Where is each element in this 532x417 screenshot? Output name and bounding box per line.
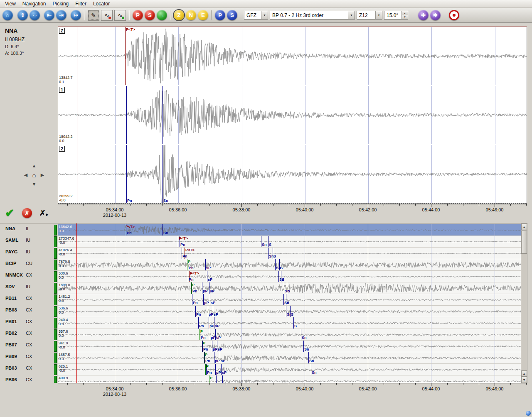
- pick-pP-line[interactable]: [212, 341, 212, 352]
- row-trace[interactable]: 557.60.0PPnpPsPSn: [58, 329, 521, 341]
- pick-Pn-line[interactable]: [198, 317, 199, 329]
- row-trace[interactable]: 530.60.0P<T>PnsPSnS: [58, 271, 521, 282]
- reject-button[interactable]: ✗▸: [39, 208, 49, 218]
- row-trace[interactable]: 13842.60.0P<T>PnSn: [58, 224, 521, 236]
- pick-limited-window-button[interactable]: ∿: [101, 10, 113, 21]
- pick-sP-line[interactable]: [207, 271, 207, 282]
- station-row-pb02[interactable]: PB02CX17.1°557.60.0PPnpPsPSn: [0, 329, 521, 341]
- pick-marker-line[interactable]: [126, 86, 127, 144]
- pick-Sn-line[interactable]: [163, 145, 163, 203]
- station-row-pb06[interactable]: PB06CX400.9PPnpPsP: [0, 375, 521, 383]
- depth-spinbox[interactable]: 15.0°▲▼: [384, 11, 408, 20]
- row-trace[interactable]: 941.9-0.0PPnpPsPSn: [58, 341, 521, 352]
- pick-pP-line[interactable]: [208, 306, 208, 317]
- pick-marker-line[interactable]: [163, 86, 163, 144]
- station-row-pb11[interactable]: PB11CX15.8°1481.20.0PnpPsPSnS: [0, 294, 521, 306]
- fit-amplitude-button[interactable]: ⇕: [17, 10, 28, 20]
- pick-Sn-line[interactable]: [286, 306, 286, 317]
- show-s-phases-button[interactable]: S: [227, 10, 237, 20]
- pick-P<T>-line[interactable]: [125, 27, 126, 85]
- reset-view-button[interactable]: ⌂: [30, 170, 38, 179]
- row-trace[interactable]: 625.1-0.0PPnpPsPSn: [58, 364, 521, 375]
- scroll-right-button[interactable]: ▶: [38, 170, 47, 179]
- jump-next-button[interactable]: ⇥: [56, 10, 66, 20]
- row-trace[interactable]: 1899.8-0.0PPnpPsPSnS: [58, 282, 521, 294]
- pick-sP-line[interactable]: [205, 259, 206, 270]
- scroll-up-icon[interactable]: ▲: [521, 370, 527, 377]
- station-row-saml[interactable]: SAMLIU13.9°273347.6-0.0P<T>PnSnS: [0, 236, 521, 248]
- station-row-pb03[interactable]: PB03CX17.8°625.1-0.0PPnpPsPSn: [0, 364, 521, 375]
- pick-Pn-line[interactable]: [195, 306, 196, 317]
- pick-S-line[interactable]: [293, 317, 294, 329]
- station-row-bcip[interactable]: BCIPCU15.1°7879.80.0PPnsPSnS: [0, 259, 521, 271]
- station-row-pb01[interactable]: PB01CX17.0°240.40.0PnpPsPS: [0, 317, 521, 329]
- station-row-payg[interactable]: PAYGIU14.3°41026.4-0.0P<T>PnSnS: [0, 248, 521, 259]
- station-row-pb08[interactable]: PB08CX16.3°536.60.0PnpPsPSnS: [0, 306, 521, 317]
- row-trace[interactable]: 41026.4-0.0P<T>PnSnS: [58, 248, 521, 259]
- component-n-button[interactable]: N: [186, 10, 196, 20]
- pick-Pn-line[interactable]: [182, 248, 182, 259]
- scrollbar-thumb[interactable]: [521, 231, 527, 254]
- pick-Sn-line[interactable]: [261, 236, 261, 247]
- scroll-up-button[interactable]: ▲: [30, 161, 38, 170]
- spin-down-icon[interactable]: ▼: [402, 15, 408, 20]
- discard-button[interactable]: ✗: [22, 208, 32, 218]
- row-trace[interactable]: 7879.80.0PPnsPSnS: [58, 259, 521, 271]
- pick-pP-line[interactable]: [214, 352, 214, 363]
- station-row-sdv[interactable]: SDVIU15.7°1899.8-0.0PPnpPsPSnS: [0, 282, 521, 294]
- home-button[interactable]: ⌂: [2, 10, 13, 20]
- pick-pP-line[interactable]: [215, 364, 216, 375]
- relocate-button[interactable]: [449, 10, 459, 20]
- menu-navigation[interactable]: Navigation: [19, 0, 49, 7]
- component-z-button[interactable]: Z: [174, 10, 184, 20]
- pick-P<T>-line[interactable]: [178, 236, 178, 247]
- pick-P-line[interactable]: [205, 364, 206, 375]
- pick-Sn-line[interactable]: [163, 224, 163, 235]
- fit-time-button[interactable]: ⇔: [30, 10, 40, 20]
- trace-view[interactable]: Z13842.70.1P<T>118042.20.0220299.2-0.0Pn…: [58, 27, 527, 204]
- pick-Sn-line[interactable]: [303, 341, 304, 352]
- row-trace[interactable]: 273347.6-0.0P<T>PnSnS: [58, 236, 521, 248]
- align-arrival-button[interactable]: ↦: [71, 10, 81, 20]
- scroll-down-icon[interactable]: ▼: [521, 377, 527, 383]
- pick-sP-line[interactable]: [222, 375, 223, 383]
- pick-pP-line[interactable]: [216, 375, 217, 383]
- pick-sP-line[interactable]: [209, 282, 209, 294]
- pick-Sn-line[interactable]: [268, 248, 268, 259]
- pick-sP-line[interactable]: [210, 294, 210, 305]
- show-p-phases-button[interactable]: P: [215, 10, 225, 20]
- pick-S-line[interactable]: [268, 236, 268, 247]
- pick-P-line[interactable]: [187, 259, 187, 270]
- station-row-mnmcx[interactable]: MNMCXCX15.3°530.60.0P<T>PnsPSnS: [0, 271, 521, 282]
- pick-Sn-line[interactable]: [278, 271, 279, 282]
- picking-disabled-button[interactable]: ✎: [88, 10, 99, 21]
- pick-pP-line[interactable]: [203, 294, 204, 305]
- station-row-nna[interactable]: NNAII6.4°13842.60.0P<T>PnSn: [0, 224, 521, 236]
- pick-Sn-line[interactable]: [311, 364, 311, 375]
- profile-select[interactable]: Z12▼: [357, 11, 382, 20]
- apply-picks-button[interactable]: →: [157, 10, 167, 20]
- pick-Pn-line[interactable]: [126, 145, 127, 203]
- scroll-down-button[interactable]: ▼: [30, 179, 38, 189]
- filter-select[interactable]: BP 0.7 - 2 Hz 3rd order▼: [270, 11, 355, 20]
- preview-origin-button[interactable]: ✱: [430, 10, 441, 20]
- row-trace[interactable]: 240.40.0PnpPsPS: [58, 317, 521, 329]
- pick-Pn-line[interactable]: [188, 271, 188, 282]
- menu-filter[interactable]: Filter: [72, 0, 90, 7]
- row-trace[interactable]: 536.60.0PnpPsPSnS: [58, 306, 521, 317]
- station-list-scrollbar[interactable]: ▲▲▼: [521, 223, 527, 383]
- trace-panel-2[interactable]: 220299.2-0.0PnSn: [58, 145, 527, 204]
- pick-full-window-button[interactable]: ∿: [114, 10, 126, 21]
- scroll-up-icon[interactable]: ▲: [521, 224, 527, 230]
- pick-pP-line[interactable]: [202, 282, 202, 294]
- row-trace[interactable]: 1481.20.0PnpPsPSnS: [58, 294, 521, 306]
- row-trace[interactable]: 1657.50.0PPnpPsPSn: [58, 352, 521, 364]
- menu-picking[interactable]: Picking: [49, 0, 72, 7]
- pick-pP-line[interactable]: [209, 317, 209, 329]
- pick-sP-line[interactable]: [220, 352, 220, 363]
- pick-P<T>-line[interactable]: [125, 224, 125, 235]
- pick-sP-line[interactable]: [221, 364, 222, 375]
- pick-pP-line[interactable]: [210, 329, 210, 340]
- station-row-pb07[interactable]: PB07CX17.5°941.9-0.0PPnpPsPSn: [0, 341, 521, 352]
- pick-Sn-line[interactable]: [301, 329, 301, 340]
